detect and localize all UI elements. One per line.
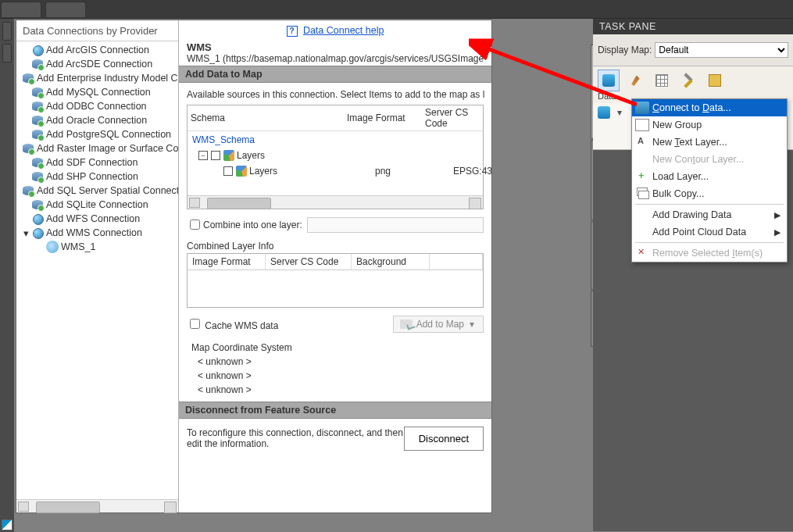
cs-cell[interactable]: EPSG:4326 — [453, 166, 491, 177]
disconnect-help-text: To reconfigure this connection, disconne… — [187, 427, 404, 449]
provider-label: Add Enterprise Industry Model C — [37, 73, 178, 84]
combine-name-field[interactable] — [307, 217, 484, 233]
provider-list-title: Data Connections by Provider — [16, 20, 178, 41]
provider-item[interactable]: Add ArcGIS Connection — [16, 43, 178, 57]
submenu-arrow-icon: ▶ — [774, 210, 780, 220]
col-server-cs: Server CS Code — [425, 107, 480, 129]
menu-new-group[interactable]: New Group — [632, 116, 787, 134]
doc-tab-2[interactable] — [45, 2, 86, 17]
task-pane-title: TASK PANE — [593, 19, 793, 34]
disconnect-button[interactable]: Disconnect — [404, 427, 484, 451]
db-icon — [31, 170, 44, 183]
layers-parent-row[interactable]: − Layers — [194, 148, 483, 162]
help-icon: ? — [287, 26, 298, 37]
menu-bulk-copy[interactable]: Bulk Copy... — [632, 185, 787, 202]
tools-button[interactable] — [677, 70, 699, 91]
connection-label: WMS_1 — [61, 241, 95, 252]
provider-item[interactable]: Add MySQL Connection — [16, 85, 178, 99]
layer-cube-icon — [236, 166, 247, 177]
grid-header: Schema Image Format Server CS Code — [188, 105, 483, 131]
layer-child-row[interactable]: Layers — [219, 164, 375, 178]
provider-item[interactable]: Add Enterprise Industry Model C — [16, 71, 178, 85]
connection-item[interactable]: WMS_1 — [16, 240, 178, 254]
brush-icon — [629, 74, 641, 87]
provider-item[interactable]: Add PostgreSQL Connection — [16, 127, 178, 141]
format-cell[interactable]: png — [375, 166, 453, 177]
provider-tree[interactable]: Add ArcGIS ConnectionAdd ArcSDE Connecti… — [16, 41, 178, 499]
db-icon — [22, 184, 34, 197]
cli-col-cs: Server CS Code — [266, 254, 352, 270]
provider-item[interactable]: Add ArcSDE Connection — [16, 57, 178, 71]
display-map-select[interactable]: Default — [655, 42, 788, 58]
layer-cube-icon — [223, 150, 234, 161]
provider-label: Add SQLite Connection — [46, 199, 148, 210]
chevron-down-icon[interactable]: ▾ — [613, 107, 626, 118]
blank-icon — [635, 226, 649, 238]
add-to-map-icon — [400, 320, 413, 329]
style-tool-button[interactable] — [624, 70, 646, 91]
doc-tab-1[interactable] — [1, 2, 41, 17]
provider-item[interactable]: Add ODBC Connection — [16, 99, 178, 113]
plus-icon — [635, 170, 649, 183]
db-icon — [31, 156, 44, 169]
combined-layer-info-title: Combined Layer Info — [187, 237, 484, 253]
data-connect-help-link[interactable]: Data Connect help — [303, 25, 384, 36]
tools-icon — [682, 74, 695, 87]
map-cs-title: Map Coordinate System — [187, 336, 484, 355]
db-icon — [31, 100, 44, 112]
menu-add-drawing-data[interactable]: Add Drawing Data ▶ — [632, 206, 787, 223]
provider-label: Add ArcSDE Connection — [46, 59, 152, 70]
provider-item[interactable]: Add SQLite Connection — [16, 198, 178, 212]
schema-name[interactable]: WMS_Schema — [188, 131, 483, 148]
provider-item[interactable]: Add Oracle Connection — [16, 113, 178, 127]
layer-checkbox[interactable] — [223, 166, 233, 176]
blank-icon — [635, 153, 649, 166]
table-tool-button[interactable] — [651, 70, 673, 91]
schema-grid[interactable]: Schema Image Format Server CS Code WMS_S… — [187, 105, 484, 209]
provider-label: Add MySQL Connection — [46, 87, 151, 98]
db-icon — [22, 72, 34, 84]
grid-scrollbar[interactable] — [188, 195, 483, 209]
menu-add-point-cloud-data[interactable]: Add Point Cloud Data ▶ — [632, 223, 787, 241]
combined-layer-grid: Image Format Server CS Code Background — [187, 253, 484, 308]
data-tool-button[interactable] — [598, 70, 620, 91]
menu-load-layer[interactable]: Load Layer... — [632, 168, 787, 185]
layer-checkbox[interactable] — [211, 151, 220, 160]
provider-label: Add Oracle Connection — [46, 115, 147, 126]
menu-new-text-layer[interactable]: New Text Layer... — [632, 134, 787, 151]
provider-item[interactable]: Add SQL Server Spatial Connect — [16, 184, 178, 198]
provider-label: Add SHP Connection — [46, 171, 138, 182]
data-connect-panel: Data Connections by Provider Add ArcGIS … — [16, 20, 492, 513]
combine-label: Combine into one layer: — [203, 220, 302, 230]
menu-connect-to-data[interactable]: Connect to Data... — [632, 99, 787, 116]
dock-pin[interactable] — [2, 22, 12, 41]
cache-wms-checkbox[interactable]: Cache WMS data — [187, 316, 278, 331]
layers-label: Layers — [237, 150, 265, 161]
provider-item[interactable]: Add WFS Connection — [16, 212, 178, 226]
dropdown-arrow-icon[interactable]: ▾ — [467, 319, 477, 330]
provider-label: Add Raster Image or Surface Co — [37, 143, 178, 154]
provider-item[interactable]: Add SHP Connection — [16, 170, 178, 184]
layers-icon — [635, 187, 649, 200]
provider-label: Add ArcGIS Connection — [46, 45, 149, 55]
map-tool-button[interactable] — [704, 70, 726, 91]
disconnect-bar: Disconnect from Feature Source — [179, 402, 491, 419]
expand-box-icon[interactable]: − — [198, 151, 208, 160]
context-menu: Connect to Data... New Group New Text La… — [631, 98, 788, 262]
combine-checkbox[interactable] — [190, 220, 200, 230]
wms-connection-icon — [46, 241, 59, 253]
provider-item[interactable]: ▾Add WMS Connection — [16, 226, 178, 240]
col-image-format: Image Format — [347, 112, 425, 123]
folder-icon — [635, 119, 649, 131]
provider-item[interactable]: Add Raster Image or Surface Co — [16, 141, 178, 155]
add-to-map-button[interactable]: Add to Map ▾ — [393, 316, 484, 333]
provider-item[interactable]: Add SDF Connection — [16, 155, 178, 170]
cache-checkbox[interactable] — [190, 319, 200, 329]
dock-pin[interactable] — [2, 44, 12, 62]
menu-separator — [635, 242, 784, 243]
col-schema: Schema — [191, 112, 347, 123]
autodesk-logo-icon — [2, 520, 13, 530]
layer-name: Layers — [249, 166, 277, 177]
task-pane-toolbar — [593, 66, 793, 92]
horizontal-scrollbar[interactable] — [16, 499, 178, 512]
